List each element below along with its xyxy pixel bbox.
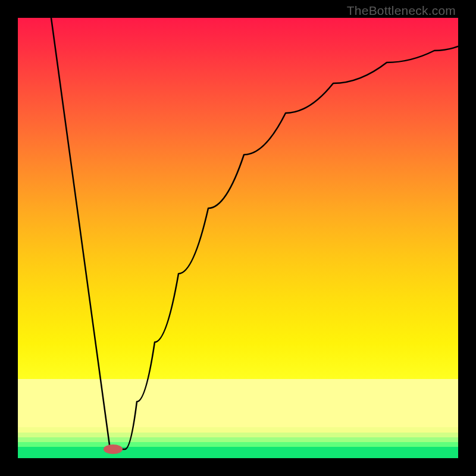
curve-svg — [18, 18, 458, 458]
chart-frame: TheBottleneck.com — [0, 0, 476, 476]
watermark-text: TheBottleneck.com — [347, 4, 456, 18]
curve-path — [51, 18, 458, 449]
plot-area — [18, 18, 458, 458]
minimum-marker — [104, 444, 123, 454]
